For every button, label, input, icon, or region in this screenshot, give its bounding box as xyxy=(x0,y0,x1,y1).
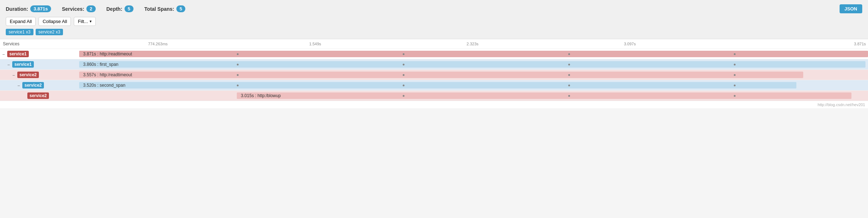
span-name-3: 3.520s : second_span xyxy=(83,83,125,88)
service-label-4: service2 xyxy=(27,92,49,99)
span-dot-0-2 xyxy=(568,53,570,55)
timeline-ticks: 774.263ms 1.549s 2.323s 3.097s 3.871s xyxy=(79,42,868,46)
tick-3: 3.097s xyxy=(551,42,709,46)
service-label-0: service1 xyxy=(7,51,29,57)
span-timeline-col-3: 3.520s : second_span xyxy=(79,80,868,90)
collapse-all-button[interactable]: Collapse All xyxy=(39,17,71,26)
span-dot-1-1 xyxy=(403,64,404,65)
span-dot-4-0 xyxy=(403,95,404,97)
json-button[interactable]: JSON xyxy=(840,4,862,13)
total-spans-stat: Total Spans: 5 xyxy=(144,5,185,12)
span-service-col-1: –service1 xyxy=(0,60,79,69)
span-dot-3-1 xyxy=(403,85,404,86)
span-timeline-col-4: 3.015s : http:/blowup xyxy=(79,91,868,101)
span-dot-4-2 xyxy=(734,95,736,97)
span-row-4[interactable]: service23.015s : http:/blowup xyxy=(0,91,868,101)
duration-label: Duration: xyxy=(6,6,28,12)
span-dot-3-2 xyxy=(568,85,570,86)
expand-all-button[interactable]: Expand All xyxy=(6,17,36,26)
span-toggle-2[interactable]: – xyxy=(12,73,16,77)
tick-0: 774.263ms xyxy=(79,42,236,46)
span-bar-1 xyxy=(79,61,865,68)
tick-2: 2.323s xyxy=(394,42,551,46)
service-label-1: service1 xyxy=(12,61,34,68)
span-row-3[interactable]: –service23.520s : second_span xyxy=(0,80,868,91)
span-name-2: 3.557s : http:/readtimeout xyxy=(83,72,132,77)
watermark: http://blog.csdn.net/hev201 xyxy=(0,101,868,108)
span-dot-0-0 xyxy=(237,53,239,55)
span-service-col-0: –service1 xyxy=(0,49,79,59)
tick-4: 3.871s xyxy=(709,42,868,46)
span-bar-3 xyxy=(79,82,796,88)
service-label-2: service2 xyxy=(17,72,39,78)
span-row-2[interactable]: –service23.557s : http:/readtimeout xyxy=(0,70,868,80)
span-dot-4-1 xyxy=(568,95,570,97)
span-row-0[interactable]: –service13.871s : http:/readtimeout xyxy=(0,49,868,59)
top-panel: Duration: 3.871s Services: 2 Depth: 5 To… xyxy=(0,0,868,39)
duration-stat: Duration: 3.871s xyxy=(6,5,51,12)
span-dot-1-3 xyxy=(734,64,736,65)
span-bar-4 xyxy=(237,92,851,99)
span-dot-1-2 xyxy=(568,64,570,65)
services-col-header: Services xyxy=(0,41,79,46)
duration-badge: 3.871s xyxy=(30,5,51,12)
tick-1: 1.549s xyxy=(236,42,394,46)
span-name-1: 3.860s : first_span xyxy=(83,62,118,67)
filter-button[interactable]: Filt... xyxy=(74,17,95,26)
span-dot-0-1 xyxy=(403,53,404,55)
stats-row: Duration: 3.871s Services: 2 Depth: 5 To… xyxy=(6,4,862,13)
span-toggle-3[interactable]: – xyxy=(17,83,21,87)
services-stat: Services: 2 xyxy=(62,5,96,12)
timeline-header: Services 774.263ms 1.549s 2.323s 3.097s … xyxy=(0,39,868,49)
span-timeline-col-2: 3.557s : http:/readtimeout xyxy=(79,70,868,80)
span-row-1[interactable]: –service13.860s : first_span xyxy=(0,59,868,70)
span-dot-3-3 xyxy=(734,85,736,86)
service-tags-row: service1 x3 service2 x3 xyxy=(6,29,862,35)
depth-stat: Depth: 5 xyxy=(107,5,134,12)
services-badge: 2 xyxy=(86,5,95,12)
span-dot-0-3 xyxy=(734,53,736,55)
span-dot-1-0 xyxy=(237,64,239,65)
services-label: Services: xyxy=(62,6,84,12)
total-spans-label: Total Spans: xyxy=(144,6,174,12)
controls-row: Expand All Collapse All Filt... xyxy=(6,17,862,26)
span-timeline-col-1: 3.860s : first_span xyxy=(79,59,868,69)
span-timeline-col-0: 3.871s : http:/readtimeout xyxy=(79,49,868,59)
total-spans-badge: 5 xyxy=(176,5,185,12)
span-dot-3-0 xyxy=(237,85,239,86)
span-bar-0 xyxy=(79,51,868,57)
span-toggle-0[interactable]: – xyxy=(1,52,6,56)
service-tag-service1[interactable]: service1 x3 xyxy=(6,29,33,35)
span-dot-2-1 xyxy=(403,74,404,76)
span-bar-2 xyxy=(79,72,803,78)
spans-container: –service13.871s : http:/readtimeout–serv… xyxy=(0,49,868,101)
span-dot-2-2 xyxy=(568,74,570,76)
depth-label: Depth: xyxy=(107,6,122,12)
span-toggle-1[interactable]: – xyxy=(6,62,11,67)
span-name-0: 3.871s : http:/readtimeout xyxy=(83,51,132,56)
trace-section: Services 774.263ms 1.549s 2.323s 3.097s … xyxy=(0,39,868,108)
service-tag-service2[interactable]: service2 x3 xyxy=(36,29,63,35)
depth-badge: 5 xyxy=(125,5,134,12)
service-label-3: service2 xyxy=(22,82,44,88)
span-name-4: 3.015s : http:/blowup xyxy=(241,93,281,98)
span-service-col-4: service2 xyxy=(0,91,79,100)
span-service-col-2: –service2 xyxy=(0,70,79,80)
span-dot-2-3 xyxy=(734,74,736,76)
span-dot-2-0 xyxy=(237,74,239,76)
span-service-col-3: –service2 xyxy=(0,81,79,90)
